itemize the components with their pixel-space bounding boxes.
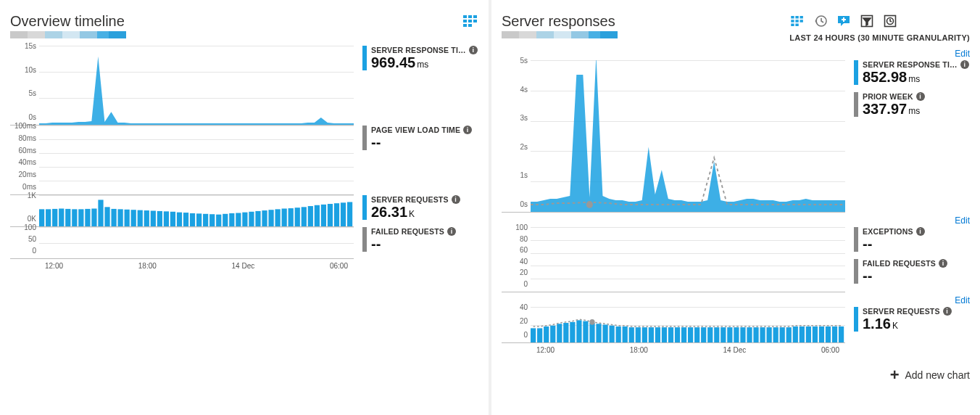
metric-prior-week[interactable]: PRIOR WEEKi 337.97ms (854, 92, 970, 117)
svg-rect-114 (826, 326, 831, 342)
svg-rect-14 (78, 209, 83, 226)
svg-rect-59 (791, 20, 794, 22)
edit-link[interactable]: Edit (502, 49, 970, 59)
metric-failed-requests[interactable]: FAILED REQUESTSi -- (854, 259, 970, 284)
info-icon: i (447, 227, 456, 236)
metric-page-view-load[interactable]: PAGE VIEW LOAD TIMEi -- (362, 126, 478, 150)
metric-failed-requests[interactable]: FAILED REQUESTSi -- (362, 227, 478, 252)
info-icon: i (960, 60, 969, 69)
svg-rect-98 (721, 327, 726, 342)
svg-rect-90 (668, 327, 673, 342)
svg-rect-37 (229, 213, 234, 226)
svg-rect-113 (819, 326, 824, 342)
svg-rect-63 (796, 24, 799, 27)
svg-rect-48 (302, 207, 307, 226)
x-axis: 12:0018:0014 Dec06:00 (531, 346, 845, 354)
sparkline-strip (10, 31, 126, 38)
svg-rect-73 (557, 324, 562, 342)
svg-rect-4 (468, 20, 472, 22)
clock-settings-icon[interactable] (882, 13, 898, 29)
add-new-chart-button[interactable]: + Add new chart (502, 367, 970, 383)
svg-rect-91 (675, 327, 680, 342)
svg-rect-12 (65, 209, 70, 226)
svg-rect-71 (544, 326, 549, 342)
svg-rect-106 (773, 327, 778, 342)
svg-rect-112 (813, 326, 818, 342)
grid-icon[interactable] (789, 13, 805, 29)
failed-requests-chart[interactable] (39, 227, 354, 258)
svg-rect-18 (104, 207, 109, 226)
edit-link[interactable]: Edit (502, 295, 970, 305)
info-icon: i (452, 195, 460, 204)
svg-rect-13 (72, 209, 77, 226)
svg-rect-51 (321, 205, 326, 226)
metric-exceptions[interactable]: EXCEPTIONSi -- (854, 227, 970, 252)
svg-rect-80 (602, 325, 607, 343)
svg-rect-19 (111, 209, 116, 226)
svg-rect-29 (177, 213, 182, 226)
svg-rect-78 (589, 323, 594, 342)
svg-rect-96 (707, 327, 713, 342)
x-axis: 12:0018:0014 Dec06:00 (39, 262, 354, 270)
svg-rect-0 (463, 15, 467, 18)
svg-rect-17 (98, 200, 103, 226)
svg-rect-84 (629, 327, 634, 342)
svg-rect-74 (563, 323, 568, 342)
svg-rect-1 (468, 15, 472, 18)
history-icon[interactable] (813, 13, 829, 29)
time-range-label: LAST 24 HOURS (30 MINUTE GRANULARITY) (789, 33, 970, 42)
svg-rect-92 (681, 327, 686, 342)
svg-rect-44 (275, 209, 281, 226)
svg-rect-81 (610, 326, 615, 342)
svg-rect-108 (786, 327, 792, 342)
filter-icon[interactable] (859, 13, 875, 29)
svg-rect-75 (570, 322, 575, 342)
svg-rect-36 (223, 214, 228, 226)
svg-rect-102 (747, 327, 752, 342)
svg-rect-39 (242, 213, 247, 226)
exceptions-chart[interactable] (531, 227, 845, 292)
svg-rect-5 (473, 20, 477, 22)
info-icon: i (916, 92, 925, 101)
server-response-chart[interactable] (39, 46, 354, 125)
page-view-chart[interactable] (39, 126, 354, 194)
svg-rect-46 (288, 208, 294, 226)
svg-rect-60 (796, 20, 799, 22)
overview-title: Overview timeline (10, 13, 126, 30)
add-chat-icon[interactable] (836, 13, 852, 29)
svg-rect-111 (806, 326, 811, 342)
metric-server-response[interactable]: SERVER RESPONSE TI…i 969.45ms (362, 46, 478, 70)
svg-rect-58 (800, 16, 803, 19)
info-icon: i (939, 259, 947, 268)
svg-rect-34 (209, 214, 215, 226)
response-detail-chart[interactable] (531, 60, 845, 212)
svg-rect-3 (463, 20, 467, 22)
server-responses-blade: Server responses LAST 24 HOURS (30 MINUT… (491, 0, 980, 415)
svg-rect-85 (636, 327, 641, 342)
edit-link[interactable]: Edit (502, 215, 970, 226)
svg-rect-82 (616, 326, 621, 342)
server-requests-chart[interactable] (39, 195, 354, 226)
svg-rect-69 (531, 328, 536, 342)
svg-rect-24 (144, 210, 149, 226)
svg-rect-15 (85, 209, 90, 226)
metric-server-requests[interactable]: SERVER REQUESTSi 1.16K (854, 307, 970, 332)
requests-detail-chart[interactable] (531, 307, 845, 342)
server-responses-title: Server responses (502, 13, 618, 30)
metric-server-requests[interactable]: SERVER REQUESTSi 26.31K (362, 195, 478, 220)
svg-rect-56 (791, 16, 794, 19)
svg-rect-110 (800, 326, 805, 342)
svg-rect-27 (164, 211, 169, 226)
svg-rect-42 (262, 210, 267, 226)
info-icon: i (916, 227, 925, 236)
grid-icon[interactable] (462, 13, 478, 29)
svg-rect-97 (714, 327, 719, 342)
svg-rect-40 (249, 212, 254, 226)
svg-rect-28 (170, 212, 175, 226)
svg-rect-100 (734, 327, 739, 342)
svg-rect-11 (59, 208, 64, 226)
svg-rect-115 (832, 326, 837, 342)
svg-rect-41 (255, 211, 260, 226)
metric-server-response[interactable]: SERVER RESPONSE TI…i 852.98ms (854, 60, 970, 85)
svg-rect-99 (727, 327, 732, 342)
